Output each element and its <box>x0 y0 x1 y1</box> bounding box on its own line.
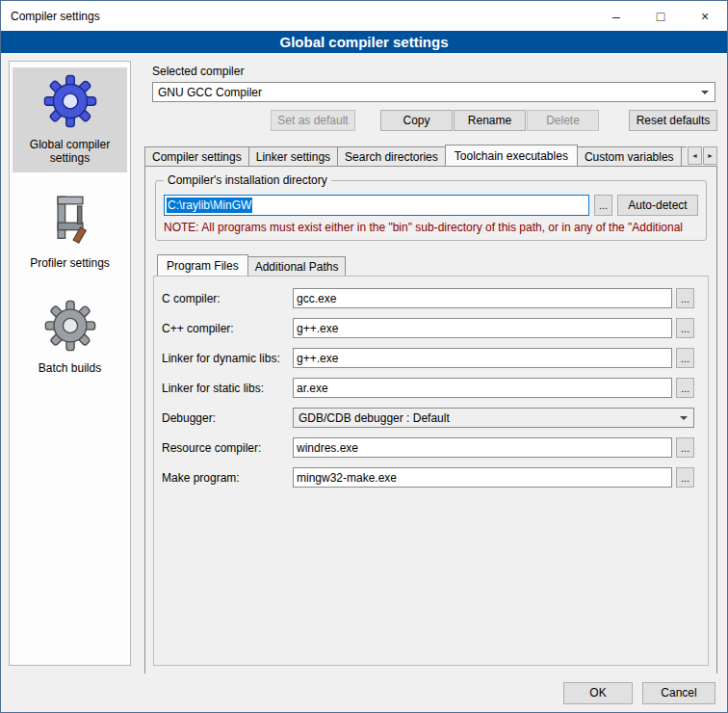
cancel-button[interactable]: Cancel <box>642 682 715 704</box>
tab-scroll-right-button[interactable]: ► <box>703 146 717 165</box>
window-title: Compiler settings <box>1 10 100 23</box>
resource-compiler-browse-button[interactable]: ... <box>676 437 694 458</box>
chevron-down-icon <box>701 91 709 98</box>
dialog-footer: OK Cancel <box>1 673 727 712</box>
copy-button[interactable]: Copy <box>380 110 453 131</box>
debugger-value: GDB/CDB debugger : Default <box>299 411 450 425</box>
auto-detect-button[interactable]: Auto-detect <box>617 195 698 216</box>
dialog-content: Global compiler settings Profiler set <box>1 53 727 673</box>
tab-scroll-left-button[interactable]: ◄ <box>688 146 702 165</box>
sidebar-item-profiler-settings[interactable]: Profiler settings <box>13 188 127 277</box>
debugger-select[interactable]: GDB/CDB debugger : Default <box>293 408 694 428</box>
tabstrip: Compiler settings Linker settings Search… <box>144 145 687 166</box>
field-row-c-compiler: C compiler: ... <box>162 288 694 308</box>
tab-scroll-buttons: ◄ ► <box>687 146 717 165</box>
blue-gear-icon <box>14 73 125 132</box>
installation-directory-group: Compiler's installation directory C:\ray… <box>155 180 707 241</box>
program-files-tabs: Program Files Additional Paths <box>157 254 707 276</box>
installation-directory-browse-button[interactable]: ... <box>594 195 612 216</box>
c-compiler-input[interactable] <box>293 288 672 308</box>
make-program-label: Make program: <box>162 471 293 485</box>
debugger-label: Debugger: <box>162 411 293 425</box>
cpp-compiler-browse-button[interactable]: ... <box>676 318 694 338</box>
sidebar-item-global-compiler-settings[interactable]: Global compiler settings <box>13 67 127 172</box>
close-button[interactable]: × <box>683 1 727 31</box>
make-program-browse-button[interactable]: ... <box>676 467 694 488</box>
field-row-make-program: Make program: ... <box>162 467 694 488</box>
sub-tabstrip: Program Files Additional Paths <box>157 254 676 276</box>
selected-compiler-value: GNU GCC Compiler <box>158 86 262 99</box>
c-compiler-browse-button[interactable]: ... <box>676 288 694 308</box>
installation-directory-row: C:\raylib\MinGW ... Auto-detect <box>164 195 698 216</box>
ok-button[interactable]: OK <box>563 682 633 704</box>
compiler-buttons-row: Set as default Copy Rename Delete Reset … <box>141 110 719 131</box>
field-row-debugger: Debugger: GDB/CDB debugger : Default <box>162 408 694 428</box>
dynamic-linker-label: Linker for dynamic libs: <box>162 352 293 365</box>
cpp-compiler-input[interactable] <box>293 318 672 338</box>
delete-button: Delete <box>527 110 599 131</box>
installation-directory-group-title: Compiler's installation directory <box>164 173 331 187</box>
field-row-dynamic-linker: Linker for dynamic libs: ... <box>162 348 694 368</box>
static-linker-input[interactable] <box>293 378 672 398</box>
sidebar-item-label: Profiler settings <box>30 256 110 270</box>
compiler-tabs: Compiler settings Linker settings Search… <box>144 145 717 166</box>
installation-directory-value: C:\raylib\MinGW <box>167 198 252 213</box>
sidebar-item-label: Global compiler settings <box>30 138 110 165</box>
selected-compiler-label: Selected compiler <box>152 65 719 78</box>
resource-compiler-label: Resource compiler: <box>162 441 293 455</box>
c-compiler-label: C compiler: <box>162 292 293 305</box>
tab-linker-settings[interactable]: Linker settings <box>248 146 338 166</box>
maximize-button[interactable]: □ <box>638 1 683 31</box>
sidebar-item-batch-builds[interactable]: Batch builds <box>13 293 127 383</box>
tab-additional-paths[interactable]: Additional Paths <box>247 256 347 276</box>
tab-program-files[interactable]: Program Files <box>157 254 248 276</box>
tab-toolchain-executables[interactable]: Toolchain executables <box>445 145 578 166</box>
compiler-settings-window: Compiler settings – □ × Global compiler … <box>0 0 728 713</box>
tab-search-directories[interactable]: Search directories <box>337 146 446 166</box>
dynamic-linker-browse-button[interactable]: ... <box>676 348 694 368</box>
chevron-down-icon <box>680 416 688 424</box>
field-row-resource-compiler: Resource compiler: ... <box>162 437 694 458</box>
installation-note: NOTE: All programs must exist either in … <box>164 221 698 234</box>
field-row-cpp-compiler: C++ compiler: ... <box>162 318 694 338</box>
field-row-static-linker: Linker for static libs: ... <box>162 378 694 398</box>
rename-button[interactable]: Rename <box>454 110 526 131</box>
tab-custom-variables[interactable]: Custom variables <box>577 146 682 166</box>
static-linker-label: Linker for static libs: <box>162 382 293 395</box>
selected-compiler-select[interactable]: GNU GCC Compiler <box>152 82 715 102</box>
tab-compiler-settings[interactable]: Compiler settings <box>144 146 249 166</box>
clamp-tool-icon <box>14 194 125 251</box>
toolchain-executables-page: Compiler's installation directory C:\ray… <box>144 166 717 674</box>
page-title: Global compiler settings <box>1 31 727 53</box>
sidebar-item-label: Batch builds <box>39 361 101 375</box>
program-files-page: C compiler: ... C++ compiler: ... Linker… <box>153 276 709 666</box>
make-program-input[interactable] <box>293 467 672 488</box>
static-linker-browse-button[interactable]: ... <box>676 378 694 398</box>
window-controls: – □ × <box>594 1 727 31</box>
set-as-default-button: Set as default <box>271 110 355 131</box>
main-panel: Selected compiler GNU GCC Compiler Set a… <box>141 53 719 673</box>
installation-directory-input[interactable]: C:\raylib\MinGW <box>164 195 589 216</box>
sidebar: Global compiler settings Profiler set <box>9 61 131 666</box>
titlebar: Compiler settings – □ × <box>1 1 727 31</box>
gray-gear-icon <box>14 299 125 356</box>
reset-defaults-button[interactable]: Reset defaults <box>629 110 717 131</box>
minimize-button[interactable]: – <box>594 1 638 31</box>
dynamic-linker-input[interactable] <box>293 348 672 368</box>
cpp-compiler-label: C++ compiler: <box>162 322 293 335</box>
resource-compiler-input[interactable] <box>293 437 672 458</box>
